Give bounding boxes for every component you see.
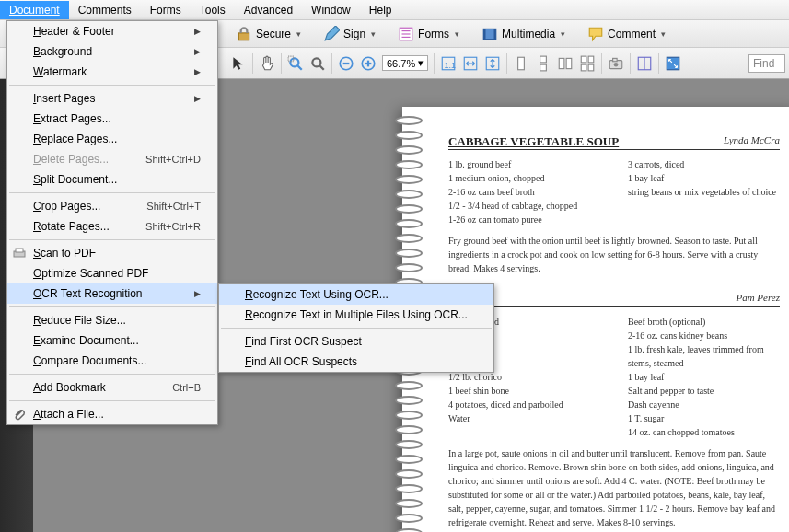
fullscreen-icon[interactable] — [665, 55, 681, 72]
menu-item-header-footer[interactable]: Header & Footer▶ — [7, 21, 217, 41]
menu-item-attach-a-file[interactable]: Attach a File... — [7, 404, 217, 424]
marquee-zoom-icon[interactable] — [287, 55, 304, 72]
menu-item-recognize-text-using-ocr[interactable]: Recognize Text Using OCR... — [219, 284, 493, 305]
menu-shortcut: Shift+Ctrl+R — [145, 221, 201, 232]
menu-help[interactable]: Help — [360, 1, 401, 19]
menu-item-rotate-pages[interactable]: Rotate Pages...Shift+Ctrl+R — [7, 216, 217, 237]
menu-item-crop-pages[interactable]: Crop Pages...Shift+Ctrl+T — [7, 196, 217, 216]
menu-item-label: Header & Footer — [33, 25, 115, 38]
recipe-1-instructions: Fry ground beef with the onion until bee… — [448, 234, 780, 275]
hand-icon[interactable] — [259, 55, 275, 72]
sign-label: Sign — [343, 28, 365, 40]
secure-button[interactable]: Secure — [230, 24, 307, 44]
menu-item-label: Recognize Text in Multiple Files Using O… — [245, 308, 468, 321]
continuous-icon[interactable] — [535, 55, 551, 72]
submenu-arrow-icon: ▶ — [194, 67, 201, 76]
menu-item-label: Attach a File... — [33, 408, 104, 421]
menu-item-add-bookmark[interactable]: Add BookmarkCtrl+B — [7, 377, 217, 398]
svg-rect-36 — [667, 57, 680, 70]
svg-rect-26 — [566, 58, 572, 68]
menu-item-find-all-ocr-suspects[interactable]: Find All OCR Suspects — [219, 352, 493, 372]
svg-rect-38 — [16, 249, 23, 252]
snapshot-icon[interactable] — [608, 55, 624, 72]
menu-item-examine-document[interactable]: Examine Document... — [7, 330, 217, 351]
svg-rect-22 — [518, 57, 525, 70]
menu-item-recognize-text-in-multiple-files-using-ocr[interactable]: Recognize Text in Multiple Files Using O… — [219, 305, 493, 325]
select-icon[interactable] — [230, 55, 247, 72]
menu-item-label: Rotate Pages... — [33, 220, 110, 233]
menu-item-replace-pages[interactable]: Replace Pages... — [7, 129, 217, 149]
zoom-in-icon[interactable] — [360, 55, 377, 72]
separator — [252, 53, 253, 74]
two-up-icon[interactable] — [557, 55, 574, 72]
menu-item-label: Replace Pages... — [33, 133, 117, 145]
menu-item-label: Scan to PDF — [33, 247, 96, 260]
menu-item-label: Delete Pages... — [33, 153, 109, 166]
menu-item-label: Add Bookmark — [33, 381, 106, 394]
recipe-1-ingredients-right: 3 carrots, diced1 bay leafstring beans o… — [628, 157, 780, 226]
menu-shortcut: Shift+Ctrl+T — [146, 201, 201, 212]
multimedia-label: Multimedia — [502, 28, 555, 40]
menu-item-label: Find All OCR Suspects — [245, 355, 357, 368]
menubar: Document Comments Forms Tools Advanced W… — [0, 0, 789, 20]
menu-separator — [9, 374, 215, 375]
svg-line-12 — [319, 65, 324, 70]
menu-item-label: Crop Pages... — [33, 200, 100, 213]
zoom-tool-icon[interactable] — [309, 55, 326, 72]
menu-shortcut: Shift+Ctrl+D — [145, 154, 201, 165]
menu-item-label: Extract Pages... — [33, 112, 111, 125]
recipe-1-title: CABBAGE VEGETABLE SOUP — [448, 134, 619, 149]
menu-item-extract-pages[interactable]: Extract Pages... — [7, 109, 217, 129]
svg-rect-27 — [582, 56, 587, 63]
menu-item-ocr-text-recognition[interactable]: OCR Text Recognition▶ — [7, 283, 217, 304]
fit-width-icon[interactable] — [462, 55, 479, 72]
multimedia-button[interactable]: Multimedia — [476, 24, 571, 44]
menu-item-scan-to-pdf[interactable]: Scan to PDF — [7, 243, 217, 263]
separator — [601, 53, 602, 74]
menu-item-background[interactable]: Background▶ — [7, 41, 217, 62]
separator — [630, 53, 631, 74]
menu-item-watermark[interactable]: Watermark▶ — [7, 62, 217, 82]
menu-advanced[interactable]: Advanced — [235, 1, 302, 19]
sign-button[interactable]: Sign — [318, 24, 381, 44]
forms-button[interactable]: Forms — [392, 24, 465, 44]
menu-forms[interactable]: Forms — [141, 1, 191, 19]
svg-rect-6 — [483, 29, 485, 39]
recipe-2-ingredients-right: Beef broth (optional)2-16 oz. cans kidne… — [628, 315, 780, 439]
scanner-icon — [12, 246, 27, 260]
menu-item-compare-documents[interactable]: Compare Documents... — [7, 351, 217, 371]
fit-page-icon[interactable] — [484, 55, 501, 72]
find-field[interactable]: Find — [748, 54, 785, 73]
menu-item-find-first-ocr-suspect[interactable]: Find First OCR Suspect — [219, 331, 493, 352]
menu-tools[interactable]: Tools — [191, 1, 235, 19]
submenu-arrow-icon: ▶ — [194, 94, 201, 103]
menu-separator — [9, 239, 215, 240]
recipe-1-author: Lynda McCra — [724, 134, 780, 149]
menu-shortcut: Ctrl+B — [172, 382, 201, 393]
menu-item-reduce-file-size[interactable]: Reduce File Size... — [7, 310, 217, 330]
split-icon[interactable] — [636, 55, 653, 72]
zoom-out-icon[interactable] — [338, 55, 354, 72]
two-up-cont-icon[interactable] — [579, 55, 596, 72]
menu-item-label: Insert Pages — [33, 92, 95, 105]
svg-rect-28 — [588, 56, 594, 63]
menu-document[interactable]: Document — [0, 1, 69, 19]
menu-separator — [9, 400, 215, 401]
comment-button[interactable]: Comment — [582, 24, 671, 44]
menu-item-split-document[interactable]: Split Document... — [7, 169, 217, 190]
menu-separator — [221, 328, 492, 329]
menu-item-label: Compare Documents... — [33, 354, 146, 367]
menu-comments[interactable]: Comments — [69, 1, 141, 19]
menu-item-label: OCR Text Recognition — [33, 287, 143, 300]
document-menu: Header & Footer▶Background▶Watermark▶Ins… — [6, 20, 218, 425]
zoom-field[interactable]: 66.7% ▾ — [382, 55, 428, 71]
actual-size-icon[interactable]: 1:1 — [440, 55, 457, 72]
menu-item-optimize-scanned-pdf[interactable]: Optimize Scanned PDF — [7, 263, 217, 283]
menu-item-label: Find First OCR Suspect — [245, 335, 362, 348]
svg-point-32 — [614, 62, 619, 66]
single-page-icon[interactable] — [513, 55, 529, 72]
forms-icon — [398, 26, 414, 42]
menu-item-insert-pages[interactable]: Insert Pages▶ — [7, 88, 217, 109]
submenu-arrow-icon: ▶ — [194, 289, 201, 298]
menu-window[interactable]: Window — [302, 1, 360, 19]
